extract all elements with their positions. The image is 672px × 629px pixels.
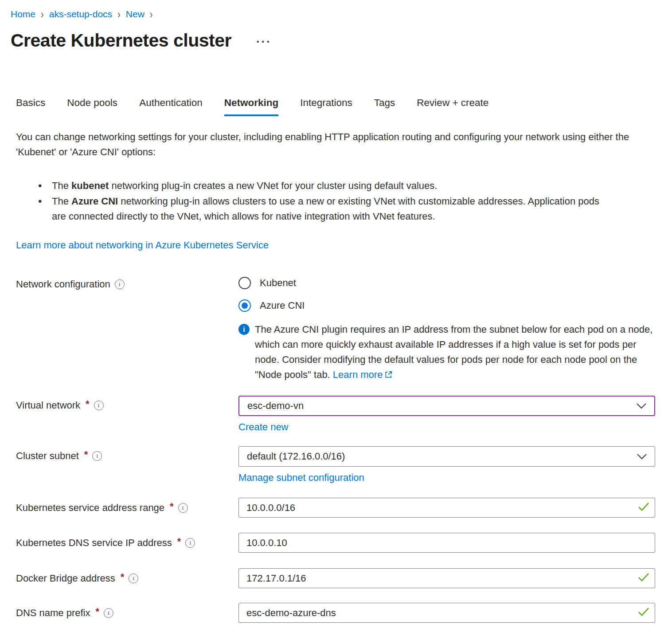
network-configuration-label-cell: Network configuration i — [16, 279, 238, 290]
tab-tags[interactable]: Tags — [374, 97, 395, 116]
learn-more-networking-link[interactable]: Learn more about networking in Azure Kub… — [16, 240, 269, 251]
plugin-bullet-list: The kubenet networking plug-in creates a… — [16, 178, 606, 224]
cluster-subnet-label-cell: Cluster subnet * i — [16, 450, 238, 462]
azure-cni-notice-text: The Azure CNI plugin requires an IP addr… — [255, 324, 652, 380]
breadcrumb-new[interactable]: New — [126, 9, 145, 20]
breadcrumb: Home › aks-setup-docs › New › — [11, 9, 672, 20]
radio-kubenet[interactable]: Kubenet — [238, 277, 655, 289]
tab-authentication[interactable]: Authentication — [139, 97, 203, 116]
azure-cni-notice: i The Azure CNI plugin requires an IP ad… — [238, 322, 655, 383]
tab-basics[interactable]: Basics — [16, 97, 45, 116]
tab-bar: Basics Node pools Authentication Network… — [16, 97, 672, 116]
required-asterisk: * — [86, 398, 90, 410]
dns-service-ip-input[interactable] — [238, 533, 655, 553]
virtual-network-dropdown[interactable]: esc-demo-vn — [238, 396, 655, 416]
notice-learn-more-link[interactable]: Learn more — [333, 369, 383, 380]
dns-service-ip-row: Kubernetes DNS service IP address * i — [16, 533, 672, 553]
service-address-range-input[interactable] — [238, 498, 655, 518]
service-address-range-label: Kubernetes service address range — [16, 502, 164, 514]
service-address-range-control — [238, 498, 655, 518]
docker-bridge-input[interactable] — [238, 568, 655, 588]
virtual-network-label-cell: Virtual network * i — [16, 400, 238, 411]
required-asterisk: * — [170, 501, 174, 512]
radio-button-icon[interactable] — [238, 277, 251, 289]
radio-azure-cni[interactable]: Azure CNI — [238, 299, 655, 312]
network-configuration-row: Network configuration i Kubenet Azure CN… — [16, 277, 672, 383]
required-asterisk: * — [121, 571, 125, 583]
create-new-vnet-link[interactable]: Create new — [238, 421, 289, 433]
network-configuration-options: Kubenet Azure CNI i The Azure CNI plugin… — [238, 277, 655, 383]
cluster-subnet-value: default (172.16.0.0/16) — [247, 451, 345, 462]
info-icon[interactable]: i — [104, 608, 113, 618]
tab-networking[interactable]: Networking — [224, 97, 279, 116]
dns-name-prefix-control — [238, 603, 655, 623]
manage-subnet-configuration-link[interactable]: Manage subnet configuration — [238, 472, 364, 484]
radio-kubenet-label: Kubenet — [260, 277, 296, 289]
radio-azure-cni-label: Azure CNI — [260, 300, 305, 311]
virtual-network-row: Virtual network * i esc-demo-vn Create n… — [16, 396, 672, 433]
dns-service-ip-control — [238, 533, 655, 553]
breadcrumb-separator-icon: › — [150, 8, 153, 21]
docker-bridge-control — [238, 568, 655, 588]
valid-check-icon — [638, 502, 649, 514]
service-address-range-row: Kubernetes service address range * i — [16, 498, 672, 518]
valid-check-icon — [638, 573, 649, 584]
tab-review-create[interactable]: Review + create — [417, 97, 488, 116]
breadcrumb-separator-icon: › — [117, 8, 121, 21]
cluster-subnet-label: Cluster subnet — [16, 450, 79, 462]
info-icon[interactable]: i — [115, 279, 125, 289]
bullet-azure-cni: The Azure CNI networking plug-in allows … — [16, 194, 606, 224]
docker-bridge-row: Docker Bridge address * i — [16, 568, 672, 588]
networking-description: You can change networking settings for y… — [16, 130, 641, 160]
breadcrumb-aks-setup-docs[interactable]: aks-setup-docs — [49, 9, 112, 20]
tab-integrations[interactable]: Integrations — [300, 97, 352, 116]
info-icon[interactable]: i — [94, 401, 104, 410]
virtual-network-value: esc-demo-vn — [247, 400, 304, 412]
dns-name-prefix-input[interactable] — [238, 603, 655, 623]
valid-check-icon — [638, 607, 649, 619]
required-asterisk: * — [177, 536, 181, 547]
page-title: Create Kubernetes cluster — [11, 30, 231, 51]
info-icon[interactable]: i — [92, 451, 102, 461]
cluster-subnet-row: Cluster subnet * i default (172.16.0.0/1… — [16, 446, 672, 484]
dns-service-ip-label: Kubernetes DNS service IP address — [16, 537, 172, 549]
breadcrumb-separator-icon: › — [41, 8, 44, 21]
network-configuration-label: Network configuration — [16, 279, 110, 290]
breadcrumb-home[interactable]: Home — [11, 9, 35, 20]
more-actions-icon[interactable]: ··· — [256, 35, 272, 49]
info-icon[interactable]: i — [185, 538, 195, 548]
required-asterisk: * — [84, 449, 88, 460]
docker-bridge-label: Docker Bridge address — [16, 573, 115, 584]
tab-node-pools[interactable]: Node pools — [67, 97, 117, 116]
chevron-down-icon — [637, 451, 647, 462]
radio-button-icon[interactable] — [238, 299, 251, 312]
dns-name-prefix-row: DNS name prefix * i — [16, 603, 672, 623]
cluster-subnet-dropdown[interactable]: default (172.16.0.0/16) — [238, 446, 655, 467]
info-icon[interactable]: i — [178, 503, 188, 513]
required-asterisk: * — [96, 606, 100, 617]
virtual-network-label: Virtual network — [16, 400, 80, 411]
cluster-subnet-control: default (172.16.0.0/16) Manage subnet co… — [238, 446, 655, 484]
external-link-icon — [384, 368, 393, 383]
info-icon[interactable]: i — [129, 574, 138, 583]
dns-name-prefix-label: DNS name prefix — [16, 607, 90, 619]
chevron-down-icon — [637, 400, 646, 412]
virtual-network-control: esc-demo-vn Create new — [238, 396, 655, 433]
info-filled-icon: i — [238, 324, 250, 335]
bullet-kubenet: The kubenet networking plug-in creates a… — [16, 178, 606, 193]
